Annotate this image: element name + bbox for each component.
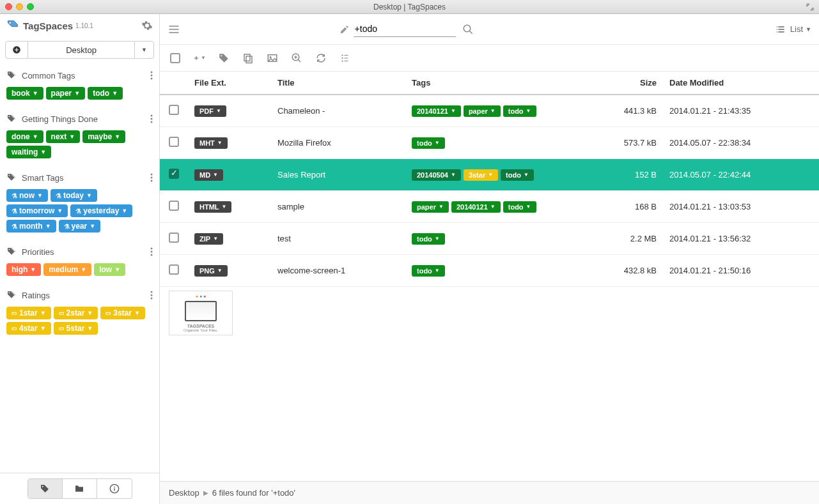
- file-tag-20140121[interactable]: 20140121▼: [412, 105, 461, 117]
- folders-panel-button[interactable]: [63, 479, 97, 498]
- file-row[interactable]: PNG▼welcome-screen-1todo▼432.8 kB2014.01…: [160, 255, 819, 287]
- tag-yesterday[interactable]: ⚗yesterday▼: [70, 204, 132, 217]
- view-switcher[interactable]: List ▼: [776, 24, 811, 34]
- caret-down-icon: ▼: [490, 108, 495, 114]
- tag-tomorrow[interactable]: ⚗tomorrow▼: [6, 204, 68, 217]
- col-header-tags[interactable]: Tags: [412, 78, 593, 88]
- tags-panel-button[interactable]: [28, 479, 63, 498]
- zoom-button[interactable]: [290, 52, 303, 65]
- row-checkbox[interactable]: [169, 169, 179, 179]
- ext-badge[interactable]: ZIP▼: [194, 233, 223, 245]
- tag-now[interactable]: ⚗now▼: [6, 189, 48, 202]
- image-button[interactable]: [266, 52, 279, 65]
- file-tag-3star[interactable]: 3star▼: [464, 169, 498, 181]
- group-menu-button[interactable]: [150, 114, 153, 123]
- tag-label: paper: [469, 107, 488, 115]
- tag-5star[interactable]: ▭5star▼: [54, 322, 98, 335]
- tag-group-header[interactable]: Common Tags: [6, 66, 153, 84]
- file-thumbnail[interactable]: ●●●TAGSPACESOrganize Your Files.: [169, 291, 233, 335]
- tag-paper[interactable]: paper▼: [46, 87, 86, 100]
- col-header-size[interactable]: Size: [593, 78, 669, 88]
- file-tag-todo[interactable]: todo▼: [503, 201, 536, 213]
- menu-toggle-button[interactable]: [168, 23, 180, 36]
- tag-todo[interactable]: todo▼: [88, 87, 123, 100]
- tag-year[interactable]: ⚗year▼: [59, 220, 101, 233]
- add-location-button[interactable]: [5, 41, 28, 59]
- group-menu-button[interactable]: [150, 71, 153, 80]
- add-button[interactable]: ▼: [193, 52, 206, 65]
- ext-badge[interactable]: MD▼: [194, 169, 223, 181]
- col-header-title[interactable]: Title: [277, 78, 412, 88]
- location-dropdown[interactable]: Desktop: [28, 41, 134, 59]
- row-checkbox[interactable]: [169, 233, 179, 243]
- file-row[interactable]: MD▼Sales Report20140504▼3star▼todo▼152 B…: [160, 159, 819, 191]
- row-checkbox[interactable]: [169, 264, 179, 275]
- file-tag-paper[interactable]: paper▼: [412, 201, 449, 213]
- row-checkbox[interactable]: [169, 201, 179, 211]
- file-tag-todo[interactable]: todo▼: [501, 169, 534, 181]
- tag-next[interactable]: next▼: [46, 130, 81, 143]
- breadcrumb[interactable]: Desktop: [169, 488, 199, 498]
- row-checkbox[interactable]: [169, 105, 179, 115]
- caret-down-icon: ▼: [435, 140, 440, 146]
- svg-point-12: [151, 177, 153, 179]
- file-tag-todo[interactable]: todo▼: [412, 137, 445, 149]
- tag-group-header[interactable]: Getting Things Done: [6, 110, 153, 128]
- search-input[interactable]: [354, 21, 456, 37]
- file-size: 168 B: [593, 202, 669, 211]
- tag-month[interactable]: ⚗month▼: [6, 220, 56, 233]
- file-tag-todo[interactable]: todo▼: [412, 233, 445, 245]
- more-options-button[interactable]: [339, 52, 352, 65]
- tag-1star[interactable]: ▭1star▼: [6, 307, 51, 319]
- tag-4star[interactable]: ▭4star▼: [6, 322, 51, 335]
- file-tag-20140504[interactable]: 20140504▼: [412, 169, 461, 181]
- file-tag-20140121[interactable]: 20140121▼: [451, 201, 501, 213]
- refresh-button[interactable]: [315, 52, 327, 65]
- search-button[interactable]: [462, 24, 474, 35]
- tag-group-header[interactable]: Smart Tags: [6, 169, 153, 187]
- col-header-ext[interactable]: File Ext.: [194, 78, 277, 88]
- group-menu-button[interactable]: [150, 173, 153, 182]
- info-panel-button[interactable]: [97, 479, 132, 498]
- file-row[interactable]: ZIP▼testtodo▼2.2 MB2014.01.21 - 13:56:32: [160, 223, 819, 255]
- ext-badge[interactable]: PDF▼: [194, 105, 226, 117]
- row-checkbox[interactable]: [169, 137, 179, 147]
- tag-high[interactable]: high▼: [6, 263, 41, 276]
- location-dropdown-toggle[interactable]: ▼: [134, 41, 154, 59]
- ext-badge[interactable]: HTML▼: [194, 201, 231, 213]
- file-tag-todo[interactable]: todo▼: [412, 265, 445, 277]
- tag-button[interactable]: [217, 52, 230, 65]
- tag-group-header[interactable]: Priorities: [6, 243, 153, 261]
- caret-down-icon: ▼: [114, 266, 120, 273]
- tag-today[interactable]: ⚗today▼: [51, 189, 97, 202]
- tag-low[interactable]: low▼: [94, 263, 125, 276]
- sidebar: TagSpaces 1.10.1 Desktop ▼ Common Tagsbo…: [0, 14, 160, 504]
- tag-group-header[interactable]: Ratings: [6, 286, 153, 304]
- file-row[interactable]: MHT▼Mozilla Firefoxtodo▼573.7 kB2014.05.…: [160, 127, 819, 159]
- tag-book[interactable]: book▼: [6, 87, 43, 100]
- tag-done[interactable]: done▼: [6, 130, 43, 143]
- tag-waiting[interactable]: waiting▼: [6, 146, 51, 158]
- ext-label: PNG: [199, 267, 215, 275]
- tag-maybe[interactable]: maybe▼: [82, 130, 125, 143]
- edit-icon: [339, 24, 350, 34]
- tag-2star[interactable]: ▭2star▼: [54, 307, 98, 319]
- ext-badge[interactable]: PNG▼: [194, 265, 228, 277]
- file-row[interactable]: HTML▼samplepaper▼20140121▼todo▼168 B2014…: [160, 191, 819, 223]
- col-header-date[interactable]: Date Modified: [669, 78, 810, 88]
- caret-down-icon: ▼: [216, 108, 221, 114]
- tag-3star[interactable]: ▭3star▼: [100, 307, 145, 319]
- file-tag-todo[interactable]: todo▼: [503, 105, 536, 117]
- ext-badge[interactable]: MHT▼: [194, 137, 228, 149]
- file-row[interactable]: PDF▼Chameleon -20140121▼paper▼todo▼441.3…: [160, 95, 819, 127]
- file-tag-paper[interactable]: paper▼: [464, 105, 501, 117]
- group-menu-button[interactable]: [150, 247, 153, 256]
- group-menu-button[interactable]: [150, 291, 153, 300]
- svg-point-0: [10, 22, 12, 24]
- tag-label: todo: [417, 139, 432, 147]
- settings-button[interactable]: [141, 20, 153, 31]
- tag-medium[interactable]: medium▼: [43, 263, 91, 276]
- copy-button[interactable]: [242, 52, 254, 65]
- select-all-checkbox[interactable]: [169, 52, 182, 65]
- tag-label: 20140121: [417, 107, 448, 115]
